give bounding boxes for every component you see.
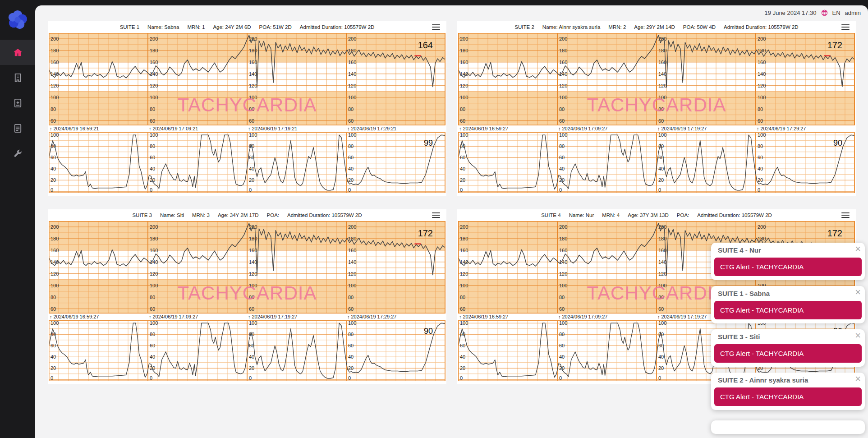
admitted-duration: Admitted Duration: 105579W 2D — [724, 24, 799, 30]
svg-text:0: 0 — [249, 187, 252, 193]
app-logo[interactable] — [0, 0, 35, 40]
fhr-current-value: 172 — [827, 228, 842, 238]
sidebar-item-settings[interactable] — [0, 141, 35, 166]
patient-poa: POA: 50W 4D — [683, 24, 716, 30]
svg-text:40: 40 — [658, 354, 664, 360]
svg-text:180: 180 — [460, 236, 468, 241]
svg-text:160: 160 — [348, 248, 356, 253]
toco-chart: 0204060801000204060801000204060801000204… — [49, 320, 445, 381]
sidebar-item-admission[interactable] — [0, 90, 35, 115]
notebook-icon — [13, 123, 23, 134]
svg-text:200: 200 — [460, 36, 468, 41]
svg-text:140: 140 — [249, 71, 257, 77]
close-icon[interactable]: × — [855, 244, 861, 254]
svg-text:80: 80 — [51, 106, 56, 112]
svg-text:200: 200 — [559, 36, 567, 41]
svg-text:100: 100 — [559, 132, 567, 138]
svg-text:60: 60 — [150, 343, 155, 348]
main-surface: 19 June 2024 17:30 EN admin SUITE 1 Name… — [35, 5, 868, 438]
patient-mrn: MRN: 4 — [602, 212, 620, 218]
svg-text:0: 0 — [758, 187, 760, 193]
svg-text:40: 40 — [348, 166, 354, 171]
up-arrow-icon: ↑ — [347, 314, 350, 319]
suite-menu-button[interactable] — [432, 212, 440, 219]
svg-text:60: 60 — [348, 343, 354, 348]
sidebar-item-records[interactable] — [0, 115, 35, 141]
svg-text:80: 80 — [559, 106, 565, 112]
alert-toast: SUITE 4 - Nur × CTG Alert - TACHYCARDIA — [711, 243, 865, 280]
toco-current-value: 90 — [833, 138, 842, 148]
svg-text:120: 120 — [460, 83, 468, 88]
svg-text:120: 120 — [658, 271, 666, 277]
suite-title: SUITE 4 — [541, 212, 560, 218]
language-selector[interactable]: EN — [832, 9, 840, 16]
toco-chart: 0204060801000204060801000204060801000204… — [458, 132, 855, 193]
alert-message: CTG Alert - TACHYCARDIA — [714, 301, 862, 319]
close-icon[interactable]: × — [855, 331, 861, 341]
svg-text:80: 80 — [150, 295, 155, 300]
svg-text:40: 40 — [51, 354, 56, 360]
svg-text:80: 80 — [348, 332, 354, 337]
suite-menu-button[interactable] — [841, 212, 850, 219]
up-arrow-icon: ↑ — [657, 126, 660, 131]
alert-toast-partial — [711, 420, 865, 434]
svg-text:100: 100 — [559, 95, 567, 100]
sidebar-item-home[interactable] — [0, 40, 35, 65]
timestamps-row: ↑2024/06/19 16:59:27↑2024/06/19 17:09:27… — [49, 314, 446, 320]
close-icon[interactable]: × — [855, 287, 861, 297]
svg-text:180: 180 — [559, 236, 567, 241]
svg-text:20: 20 — [249, 177, 254, 183]
svg-text:200: 200 — [758, 36, 766, 41]
wrench-icon — [13, 148, 23, 159]
suite-menu-button[interactable] — [432, 23, 440, 31]
topbar: 19 June 2024 17:30 EN admin — [35, 5, 868, 20]
patient-age: Age: 37Y 3M 13D — [628, 212, 669, 218]
svg-text:200: 200 — [51, 224, 59, 230]
suite-card: SUITE 1 Name: Sabna MRN: 1 Age: 24Y 2M 6… — [48, 21, 446, 196]
alert-header: SUITE 4 - Nur × — [711, 243, 865, 257]
svg-text:60: 60 — [348, 155, 354, 160]
svg-text:40: 40 — [758, 166, 763, 171]
svg-text:60: 60 — [249, 306, 254, 312]
svg-text:200: 200 — [348, 36, 356, 41]
svg-text:200: 200 — [51, 36, 59, 41]
svg-text:100: 100 — [460, 132, 468, 138]
timestamp-label: ↑2024/06/19 16:59:27 — [50, 314, 99, 319]
sidebar-item-facility[interactable] — [0, 65, 35, 90]
timestamps-row: ↑2024/06/19 16:59:21↑2024/06/19 17:09:21… — [49, 125, 446, 132]
svg-text:140: 140 — [658, 259, 666, 265]
globe-icon — [821, 9, 828, 16]
suite-menu-button[interactable] — [841, 23, 850, 31]
svg-text:60: 60 — [348, 306, 354, 312]
svg-text:40: 40 — [658, 166, 664, 171]
svg-text:100: 100 — [150, 132, 158, 138]
svg-text:60: 60 — [758, 155, 763, 160]
up-arrow-icon: ↑ — [50, 314, 52, 319]
toco-current-value: 99 — [424, 138, 433, 148]
up-arrow-icon: ↑ — [558, 314, 561, 319]
svg-text:100: 100 — [150, 320, 158, 326]
hamburger-icon — [432, 24, 440, 25]
svg-text:60: 60 — [150, 118, 155, 124]
up-arrow-icon: ↑ — [757, 126, 759, 131]
svg-text:100: 100 — [249, 132, 257, 138]
up-arrow-icon: ↑ — [459, 126, 462, 131]
sidebar — [0, 0, 35, 438]
svg-text:20: 20 — [658, 177, 664, 183]
svg-text:20: 20 — [460, 365, 465, 371]
svg-text:60: 60 — [559, 118, 565, 124]
up-arrow-icon: ↑ — [347, 126, 350, 131]
svg-text:160: 160 — [150, 60, 158, 65]
patient-mrn: MRN: 1 — [187, 24, 205, 30]
svg-text:180: 180 — [51, 48, 59, 53]
patient-poa: POA: — [677, 212, 689, 218]
alert-message: CTG Alert - TACHYCARDIA — [714, 387, 862, 406]
svg-text:80: 80 — [348, 143, 354, 149]
close-icon[interactable]: × — [855, 374, 861, 384]
svg-text:40: 40 — [249, 354, 254, 360]
up-arrow-icon: ↑ — [50, 126, 52, 131]
user-menu[interactable]: admin — [845, 9, 861, 16]
timestamp-label: ↑2024/06/19 16:59:21 — [50, 126, 99, 131]
svg-text:100: 100 — [348, 132, 356, 138]
svg-text:100: 100 — [51, 95, 59, 100]
